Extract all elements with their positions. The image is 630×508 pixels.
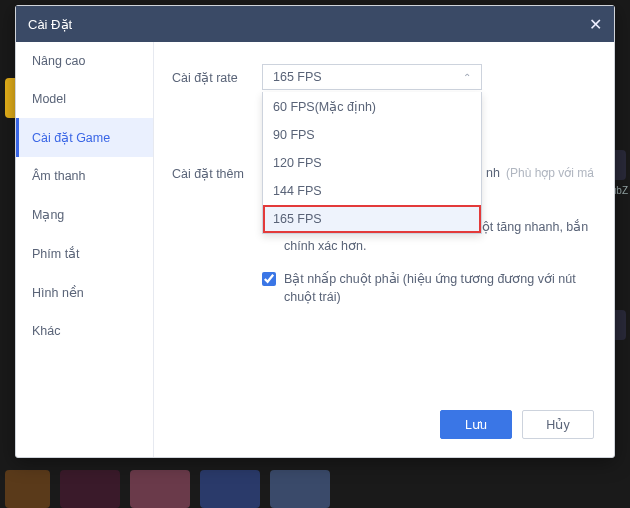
settings-dialog: Cài Đặt ✕ Nâng cao Model Cài đặt Game Âm… xyxy=(15,5,615,458)
sidebar-item-model[interactable]: Model xyxy=(16,80,153,118)
bg-thumb xyxy=(200,470,260,508)
sidebar-item-game-settings[interactable]: Cài đặt Game xyxy=(16,118,153,157)
rate-option-144[interactable]: 144 FPS xyxy=(263,177,481,205)
sidebar-item-network[interactable]: Mạng xyxy=(16,195,153,234)
rate-option-120[interactable]: 120 FPS xyxy=(263,149,481,177)
dialog-footer: Lưu Hủy xyxy=(172,402,594,439)
cancel-button[interactable]: Hủy xyxy=(522,410,594,439)
rate-select[interactable]: 165 FPS ⌃ 60 FPS(Mặc định) 90 FPS 120 FP… xyxy=(262,64,482,90)
rate-option-165[interactable]: 165 FPS xyxy=(263,205,481,233)
bg-thumb xyxy=(270,470,330,508)
check-rightclick[interactable]: Bật nhấp chuột phải (hiệu ứng tương đươn… xyxy=(262,270,594,308)
extra-fragment: nh xyxy=(486,166,500,180)
bg-thumb xyxy=(130,470,190,508)
check-rightclick-box[interactable] xyxy=(262,272,276,286)
sidebar-item-audio[interactable]: Âm thanh xyxy=(16,157,153,195)
extra-hint: (Phù hợp với má xyxy=(506,166,594,180)
rate-selected-value: 165 FPS xyxy=(273,70,322,84)
bg-thumb xyxy=(60,470,120,508)
bg-thumb xyxy=(5,470,50,508)
rate-option-90[interactable]: 90 FPS xyxy=(263,121,481,149)
sidebar-item-shortcuts[interactable]: Phím tắt xyxy=(16,234,153,273)
titlebar: Cài Đặt ✕ xyxy=(16,6,614,42)
check-rightclick-label: Bật nhấp chuột phải (hiệu ứng tương đươn… xyxy=(284,270,594,308)
dialog-title: Cài Đặt xyxy=(28,17,72,32)
sidebar-item-other[interactable]: Khác xyxy=(16,312,153,350)
chevron-up-icon: ⌃ xyxy=(463,72,471,83)
save-button[interactable]: Lưu xyxy=(440,410,512,439)
sidebar: Nâng cao Model Cài đặt Game Âm thanh Mạn… xyxy=(16,42,154,457)
rate-label: Cài đặt rate xyxy=(172,64,262,85)
main-panel: Cài đặt rate 165 FPS ⌃ 60 FPS(Mặc định) … xyxy=(154,42,614,457)
extra-label: Cài đặt thêm xyxy=(172,160,262,181)
sidebar-item-wallpaper[interactable]: Hình nền xyxy=(16,273,153,312)
rate-dropdown: 60 FPS(Mặc định) 90 FPS 120 FPS 144 FPS … xyxy=(262,92,482,234)
sidebar-item-advanced[interactable]: Nâng cao xyxy=(16,42,153,80)
close-icon[interactable]: ✕ xyxy=(589,15,602,34)
rate-option-60[interactable]: 60 FPS(Mặc định) xyxy=(263,92,481,121)
